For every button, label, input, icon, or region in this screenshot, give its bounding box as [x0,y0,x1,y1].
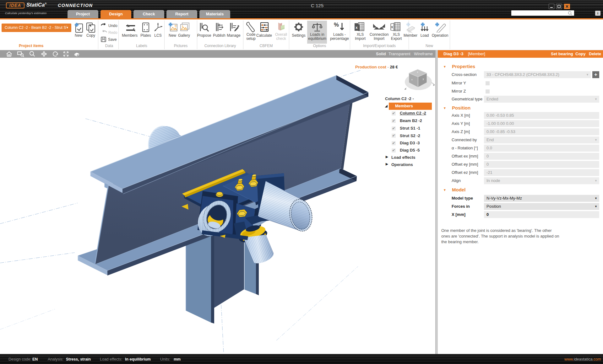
svg-text:x: x [391,25,393,29]
svg-text:%: % [334,22,339,28]
svg-text:x: x [411,78,413,81]
svg-text:z: z [417,71,418,73]
svg-text:y: y [423,78,424,80]
svg-text:x: x [356,25,358,30]
